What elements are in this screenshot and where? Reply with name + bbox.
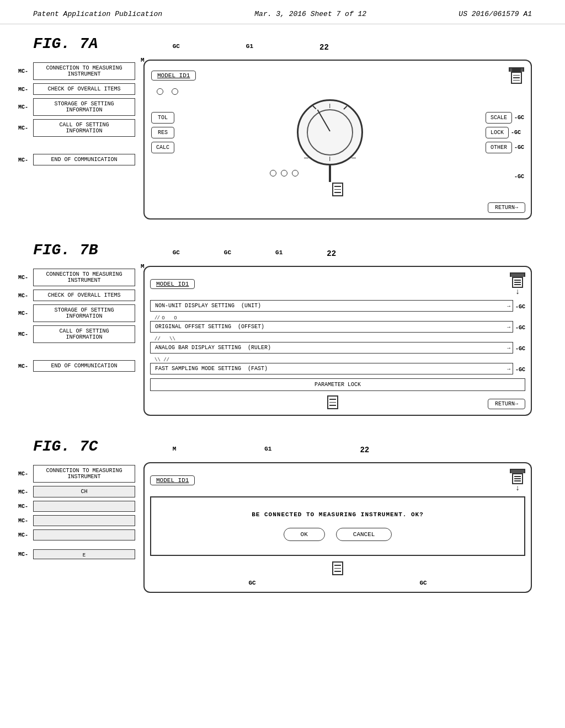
fig7a-menu-item-4: MC- END OF COMMUNICATION <box>33 154 135 165</box>
fig7c-connector: ↓ <box>510 469 525 492</box>
res-button[interactable]: RES <box>151 127 174 138</box>
return-button[interactable]: RETURN→ <box>488 202 525 213</box>
page-header: Patent Application Publication Mar. 3, 2… <box>0 0 565 24</box>
gc-lock: -GC <box>511 130 521 136</box>
gc-other: -GC <box>514 144 524 151</box>
fig7b-bottom-connector <box>150 395 515 409</box>
fig7b-return-row: RETURN→ -GC <box>515 403 525 409</box>
fig7b-settings: NON-UNIT DISPLAY SETTING (UNIT)→ -GC // … <box>150 300 525 391</box>
fig7a-g1-label: G1 <box>246 43 253 52</box>
setting-row-2: ANALOG BAR DISPLAY SETTING (RULER)→ <box>150 342 513 354</box>
fig7a-num22: 22 <box>319 43 329 52</box>
fig7b-connector: ↓ <box>510 272 525 296</box>
fig7b-menu: MC- CONNECTION TO MEASURINGINSTRUMENT MC… <box>33 266 135 416</box>
mc-label-4: MC- <box>18 157 28 163</box>
fig7b-22: 22 <box>327 249 336 258</box>
fig7c-menu-4: MC- <box>33 529 135 540</box>
fig7c-g1: G1 <box>264 446 271 454</box>
fig7a-right-buttons: SCALE -GC LOCK -GC OTHER -GC <box>486 112 524 153</box>
mc-label-1: MC- <box>18 86 28 92</box>
fig7c-bottom-connector <box>150 561 525 575</box>
lock-button[interactable]: LOCK <box>486 127 509 138</box>
fig7a-section: FIG. 7A GC G1 22 M MC- CONNECTION TO MEA… <box>33 35 532 220</box>
mc-label-3: MC- <box>18 125 28 131</box>
fig7c-menu-1: MC- CH <box>33 486 135 497</box>
mc-label-0: MC- <box>18 68 28 74</box>
fig7b-gc1: GC <box>173 249 180 258</box>
setting-row-3: FAST SAMPLING MODE SETTING (FAST)→ <box>150 363 513 374</box>
fig7a-left-buttons: TOL RES CALC <box>151 112 174 153</box>
mc-label-2: MC- <box>18 104 28 110</box>
fig7a-menu-item-1: MC- CHECK OF OVERALL ITEMS <box>33 83 135 95</box>
fig7c-m: M <box>173 446 177 454</box>
fig7a-bottom-connector <box>151 183 524 196</box>
setting-row-0: NON-UNIT DISPLAY SETTING (UNIT)→ <box>150 300 513 312</box>
circle-2 <box>172 88 178 95</box>
return-row: RETURN→ -GC <box>151 174 524 180</box>
calc-button[interactable]: CALC <box>151 142 174 153</box>
main-content: FIG. 7A GC G1 22 M MC- CONNECTION TO MEA… <box>0 24 565 626</box>
fig7a-label: FIG. 7A <box>33 35 98 52</box>
fig7c-menu-0: MC- CONNECTION TO MEASURINGINSTRUMENT <box>33 465 135 483</box>
fig7c-section: FIG. 7C M G1 22 MC- CONNECTION TO MEASUR… <box>33 438 532 593</box>
fig7b-model-id: MODEL ID1 <box>150 279 195 289</box>
gc-scale: -GC <box>514 115 524 121</box>
circle-1 <box>157 88 163 95</box>
fig7c-dialog: BE CONNECTED TO MEASURING INSTRUMENT. OK… <box>150 496 525 556</box>
header-middle: Mar. 3, 2016 Sheet 7 of 12 <box>254 10 366 18</box>
fig7b-menu-4: MC- END OF COMMUNICATION <box>33 360 135 372</box>
dial-gauge-wrapper <box>180 99 480 165</box>
fig7b-label: FIG. 7B <box>33 242 98 259</box>
tol-button[interactable]: TOL <box>151 112 174 124</box>
fig7a-panel: MODEL ID1 <box>143 60 532 220</box>
header-right: US 2016/061579 A1 <box>459 10 532 18</box>
needle <box>317 110 331 132</box>
gauge-stem <box>329 165 331 182</box>
fig7a-connector-icon <box>509 67 524 84</box>
fig7b-g1: G1 <box>275 249 282 258</box>
fig7b-section: FIG. 7B GC GC G1 22 M MC- CONNECTION TO … <box>33 242 532 416</box>
fig7a-menu: MC- CONNECTION TO MEASURINGINSTRUMENT MC… <box>33 60 135 220</box>
scale-button[interactable]: SCALE <box>486 112 512 124</box>
fig7c-menu: MC- CONNECTION TO MEASURINGINSTRUMENT MC… <box>33 462 135 593</box>
header-left: Patent Application Publication <box>33 10 162 18</box>
bottom-circles <box>270 170 299 176</box>
fig7b-return-button[interactable]: RETURN→ <box>488 399 525 409</box>
fig7c-model-id: MODEL ID1 <box>150 475 195 485</box>
ok-button[interactable]: OK <box>284 528 325 541</box>
fig7b-menu-0: MC- CONNECTION TO MEASURINGINSTRUMENT <box>33 269 135 286</box>
fig7a-menu-item-3: MC- CALL OF SETTINGINFORMATION <box>33 119 135 137</box>
fig7c-menu-3: MC- <box>33 515 135 526</box>
fig7b-gc2: GC <box>224 249 231 258</box>
cancel-button[interactable]: CANCEL <box>336 528 392 541</box>
fig7b-panel: MODEL ID1 ↓ <box>143 266 532 416</box>
fig7a-menu-item-0: MC- CONNECTION TO MEASURINGINSTRUMENT <box>33 62 135 80</box>
fig7c-label: FIG. 7C <box>33 438 98 455</box>
fig7c-menu-2: MC- <box>33 501 135 512</box>
fig7b-menu-2: MC- STORAGE OF SETTINGINFORMATION <box>33 304 135 322</box>
fig7c-menu-5: MC- E <box>33 549 135 559</box>
parameter-lock: PARAMETER LOCK <box>150 378 525 391</box>
fig7c-panel: MODEL ID1 ↓ BE CONNEC <box>143 462 532 593</box>
fig7a-menu-item-2: MC- STORAGE OF SETTINGINFORMATION <box>33 98 135 116</box>
dial-gauge <box>297 99 363 165</box>
gc-return-7a: -GC <box>514 174 524 180</box>
fig7b-menu-1: MC- CHECK OF OVERALL ITEMS <box>33 290 135 301</box>
fig7a-model-id: MODEL ID1 <box>151 71 196 81</box>
gc-bottom-1: GC <box>248 580 255 586</box>
gc-bottom-2: GC <box>419 580 427 586</box>
other-button[interactable]: OTHER <box>486 142 512 153</box>
fig7a-gc-label1: GC <box>173 43 180 52</box>
dialog-buttons: OK CANCEL <box>162 528 513 541</box>
fig7c-gc-labels: GC GC <box>150 580 525 586</box>
dialog-text: BE CONNECTED TO MEASURING INSTRUMENT. OK… <box>162 511 513 518</box>
fig7b-menu-3: MC- CALL OF SETTINGINFORMATION <box>33 325 135 343</box>
setting-row-1: ORIGINAL OFFSET SETTING (OFFSET)→ <box>150 321 513 333</box>
fig7c-22: 22 <box>360 446 369 454</box>
